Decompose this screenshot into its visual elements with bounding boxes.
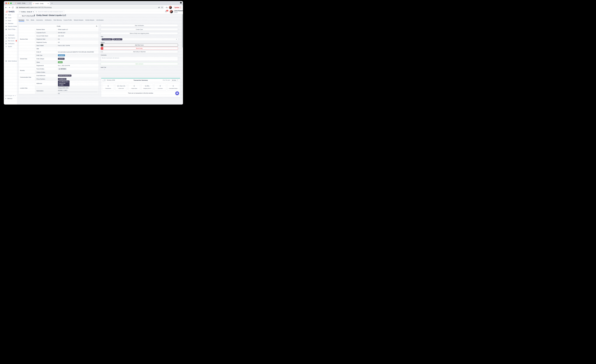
entity-search[interactable] bbox=[35, 10, 64, 13]
tab-media[interactable]: Media bbox=[31, 19, 34, 22]
add-entity-to-matchlist-button[interactable]: Add Entity to Matchlist bbox=[101, 50, 178, 53]
reload-icon[interactable] bbox=[12, 7, 14, 8]
google-search-icon[interactable]: G bbox=[96, 25, 97, 27]
tag-chip[interactable]: sector:europe✕ bbox=[102, 38, 113, 40]
chrome-update-button[interactable]: Update bbox=[173, 6, 182, 9]
user-info[interactable]: Laura Kassovic Unit21 bbox=[174, 10, 183, 13]
search-scope-dropdown[interactable]: Entities - Entity ID ▼ bbox=[18, 10, 35, 13]
email-chip[interactable]: jsmith47@company.com bbox=[58, 74, 71, 76]
lock-icon bbox=[16, 7, 18, 8]
search-input[interactable] bbox=[38, 11, 63, 13]
close-window-button[interactable] bbox=[6, 2, 7, 4]
sidebar-item-risk-scores[interactable]: Risk Scores New bbox=[4, 39, 18, 42]
add-comment-button[interactable]: Add comment bbox=[101, 62, 178, 65]
window-controls[interactable] bbox=[6, 2, 12, 4]
entity-type-badge: BUSINESS bbox=[58, 54, 65, 56]
stat-associated-entities: 0Associated Entities bbox=[167, 83, 179, 90]
tab-close-icon[interactable]: ✕ bbox=[48, 3, 49, 4]
pencil-square-icon: ✎ bbox=[101, 47, 103, 50]
browser-menu-icon[interactable] bbox=[180, 7, 180, 8]
unit21-logo[interactable]: Unit21 bbox=[5, 10, 15, 13]
notifications-button[interactable]: 2 bbox=[165, 10, 168, 13]
person-x-icon bbox=[5, 23, 7, 24]
profile-row: DBA bbox=[35, 47, 99, 50]
profile-card-title: Profile bbox=[57, 25, 60, 27]
tabstrip-chevron-icon[interactable]: ▼ bbox=[180, 2, 182, 4]
eye-off-icon[interactable] bbox=[158, 7, 160, 8]
tab-rule-silencing[interactable]: Rule Silencing bbox=[53, 19, 61, 22]
browser-profile-avatar[interactable] bbox=[169, 6, 172, 9]
sidebar-item-rules[interactable]: Rules bbox=[4, 19, 18, 22]
sidebar-item-label: Cases bbox=[8, 17, 11, 18]
tags-select[interactable]: sector:europe✕ yolo:haha✕ ▼ bbox=[101, 38, 178, 41]
browser-tab-2-active[interactable]: Unit21 - Entity ✕ bbox=[32, 2, 50, 5]
tab-custom-profile[interactable]: Custom Profile bbox=[64, 19, 72, 22]
address-bar[interactable]: dashboard.unit21.com/entities/180725176/… bbox=[15, 6, 164, 9]
stat-transactions: 0Transactions bbox=[102, 83, 114, 90]
start-verification-button[interactable]: Start Verification bbox=[101, 24, 178, 27]
tab-close-icon[interactable]: ✕ bbox=[30, 2, 31, 4]
tag-chip[interactable]: yolo:haha✕ bbox=[113, 38, 122, 40]
sidebar-item-alerts[interactable]: Alerts bbox=[4, 14, 18, 16]
sidebar-item-system[interactable]: System bbox=[4, 45, 18, 48]
tab-network-analysis[interactable]: Network Analysis bbox=[74, 19, 83, 22]
sidebar-minimize-button[interactable]: ⇤ Minimize bbox=[5, 98, 12, 99]
sidebar-item-admin-dashboard[interactable]: Admin Dashboard bbox=[4, 60, 18, 62]
add-risk-score-button[interactable]: ✎ Add Risk Score bbox=[101, 44, 178, 46]
sidebar-item-label: Matchlists bbox=[8, 23, 13, 24]
sidebar-item-report-filings[interactable]: Report Filings bbox=[4, 28, 18, 30]
id-card-icon bbox=[5, 43, 7, 45]
scales-icon bbox=[5, 26, 7, 27]
tab-instruments[interactable]: Instruments bbox=[36, 19, 43, 22]
sidebar-item-verifications[interactable]: Verifications bbox=[4, 42, 18, 45]
tag-icon bbox=[114, 39, 115, 40]
sidebar-item-data-explorer[interactable]: Data Explorer bbox=[4, 37, 18, 39]
time-range-dropdown[interactable]: All time ▼ bbox=[171, 79, 179, 82]
page-scrollbar[interactable] bbox=[182, 14, 183, 48]
create-case-button[interactable]: Create Case bbox=[101, 28, 178, 31]
zoom-window-button[interactable] bbox=[10, 2, 12, 4]
profile-row: Corporate Tax ID434-455-3167 bbox=[35, 31, 99, 34]
user-avatar[interactable] bbox=[170, 10, 173, 13]
tags-label: Tags bbox=[101, 36, 178, 37]
sidebar-item-detection-models[interactable]: Detection Models bbox=[4, 25, 18, 28]
block-entity-button[interactable]: ✎ Block Entity bbox=[101, 47, 178, 50]
back-icon[interactable] bbox=[5, 7, 7, 8]
profile-group-general-data: General Data Entity IDtest-automation-bu… bbox=[19, 50, 99, 67]
chevron-down-icon[interactable]: ▼ bbox=[176, 39, 177, 40]
sidebar-item-matchlists[interactable]: Matchlists bbox=[4, 22, 18, 25]
forward-icon[interactable] bbox=[8, 7, 10, 8]
sidebar-item-label: Report Filings bbox=[8, 29, 15, 30]
group-label: Business Data bbox=[19, 28, 35, 50]
entity-person-icon bbox=[33, 15, 35, 16]
remove-tag-icon[interactable]: ✕ bbox=[121, 39, 122, 40]
logo-text: Unit21 bbox=[8, 11, 15, 13]
browser-tab-1[interactable]: Unit21 - Entity ✕ bbox=[14, 1, 32, 5]
new-tab-button[interactable]: + bbox=[51, 2, 53, 4]
tab-verifications[interactable]: Verifications bbox=[45, 19, 52, 22]
row-value: CA bbox=[58, 38, 60, 40]
action-label: Add Entity to Matchlist bbox=[103, 51, 175, 52]
sidebar-item-label: Risk Scores bbox=[8, 40, 14, 41]
phone-chip[interactable]: +14159627132 bbox=[58, 78, 66, 80]
minimize-window-button[interactable] bbox=[8, 2, 9, 4]
tab-activity-analysis[interactable]: Activity Analysis bbox=[85, 19, 94, 22]
tab-link-analysis[interactable]: Link Analysis bbox=[96, 19, 104, 22]
entity-tabs: Summary Risk Media Instruments Verificat… bbox=[19, 19, 104, 22]
bookmark-star-icon[interactable] bbox=[161, 7, 163, 8]
remove-tag-icon[interactable]: ✕ bbox=[111, 39, 112, 40]
search-icon bbox=[36, 11, 37, 12]
silence-entity-button[interactable]: Silence Entity from triggering alerts bbox=[101, 32, 178, 35]
playlist-icon[interactable] bbox=[165, 7, 168, 8]
comment-input[interactable] bbox=[101, 56, 178, 61]
profile-group-communication-data: Communication Data Email Addressesjsmith… bbox=[19, 74, 99, 81]
chat-widget-button[interactable] bbox=[175, 91, 179, 95]
time-range-value: All time bbox=[172, 80, 176, 81]
sidebar-item-dashboards[interactable]: Dashboards bbox=[4, 34, 18, 36]
geolocation-block: FR,Orange (ASN 3215)(48.8582, 2.3387)US,… bbox=[58, 85, 99, 94]
chat-bubble-icon bbox=[176, 92, 178, 94]
parent-entity-chip[interactable]: 180725186 bbox=[58, 68, 67, 70]
sidebar-item-cases[interactable]: Cases bbox=[4, 16, 18, 19]
tab-risk[interactable]: Risk bbox=[26, 19, 29, 22]
tab-summary[interactable]: Summary bbox=[19, 19, 24, 22]
